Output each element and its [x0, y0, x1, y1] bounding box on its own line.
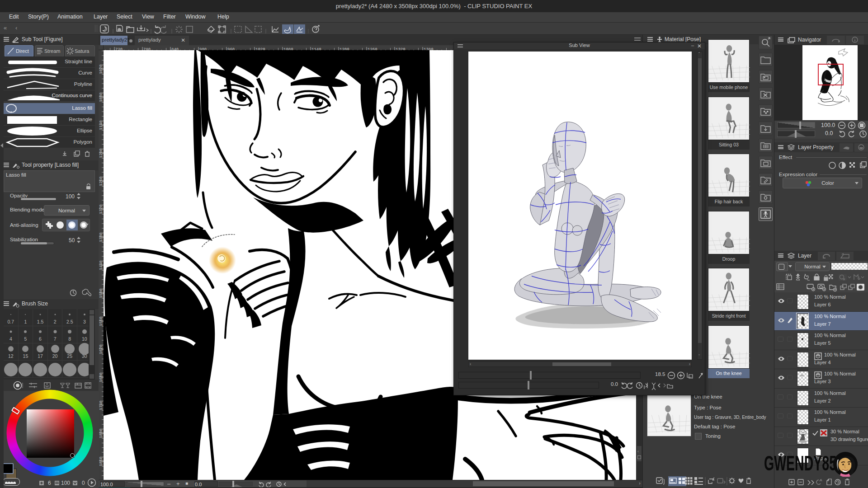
svg-text:1140: 1140	[99, 120, 104, 130]
svg-text:1680: 1680	[99, 372, 104, 382]
svg-text:Stream: Stream	[44, 48, 60, 54]
svg-text:1080: 1080	[99, 92, 104, 102]
svg-text:1500: 1500	[99, 288, 104, 298]
svg-text:Direct: Direct	[16, 48, 29, 54]
svg-text:1800: 1800	[99, 428, 104, 438]
svg-text:1200: 1200	[99, 148, 104, 158]
svg-text:1260: 1260	[99, 176, 104, 186]
svg-text:1740: 1740	[99, 400, 104, 410]
svg-text:1440: 1440	[99, 260, 104, 270]
svg-text:1860: 1860	[99, 456, 104, 466]
svg-text:1620: 1620	[99, 344, 104, 354]
svg-text:1380: 1380	[99, 232, 104, 242]
svg-text:1320: 1320	[99, 204, 104, 214]
svg-text:1020: 1020	[99, 64, 104, 74]
svg-text:1560: 1560	[99, 316, 104, 326]
svg-text:Satura: Satura	[75, 48, 90, 54]
